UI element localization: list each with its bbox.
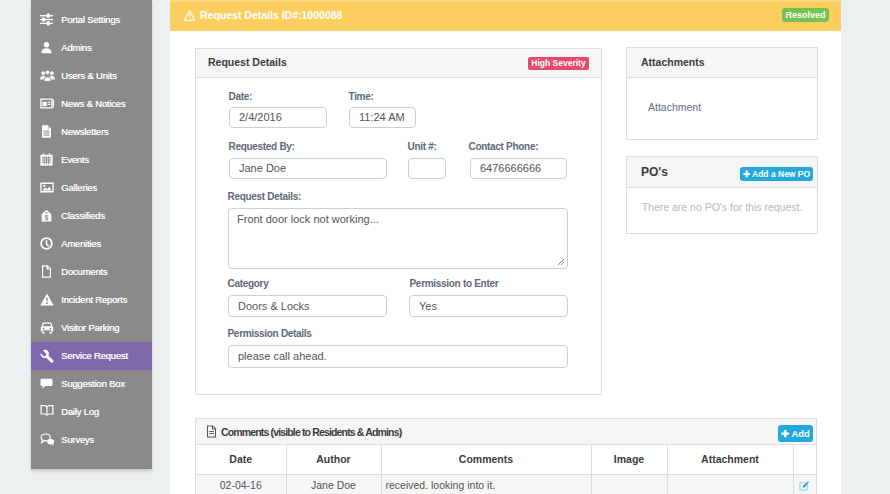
svg-text:$: $ — [45, 214, 49, 222]
